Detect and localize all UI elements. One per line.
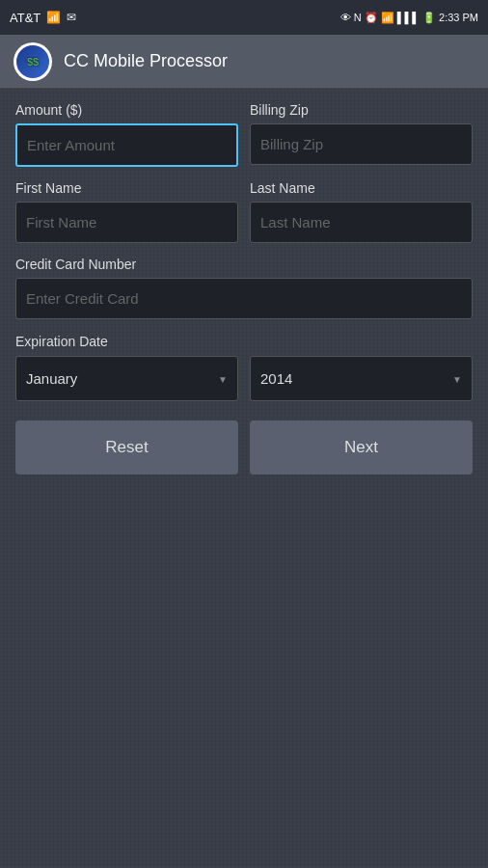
- year-select-wrapper: 2014 2015 2016 2017 2018 2019 2020: [250, 356, 473, 401]
- last-name-label: Last Name: [250, 180, 473, 196]
- message-icon: ✉: [67, 11, 76, 24]
- button-row: Reset Next: [15, 420, 473, 475]
- first-name-input[interactable]: [15, 202, 238, 243]
- eye-icon: 👁: [340, 12, 351, 23]
- amount-label: Amount ($): [15, 102, 238, 118]
- month-select[interactable]: January February March April May June Ju…: [16, 357, 237, 400]
- last-name-group: Last Name: [250, 180, 473, 243]
- name-row: First Name Last Name: [15, 180, 473, 243]
- expiration-label: Expiration Date: [15, 334, 108, 349]
- month-select-wrapper: January February March April May June Ju…: [15, 356, 238, 401]
- credit-card-input[interactable]: [15, 278, 473, 319]
- main-content: Amount ($) Billing Zip First Name Last N…: [0, 89, 488, 488]
- app-title: CC Mobile Processor: [64, 51, 228, 71]
- app-bar: CC Mobile Processor: [0, 35, 488, 89]
- battery-icon: 🔋: [422, 12, 436, 24]
- expiration-section: Expiration Date January February March A…: [15, 333, 473, 401]
- expiration-selects: January February March April May June Ju…: [15, 356, 473, 401]
- status-bar: AT&T 📶 ✉ 👁 N ⏰ 📶 ▌▌▌ 🔋 2:33 PM: [0, 0, 488, 35]
- next-button[interactable]: Next: [250, 420, 473, 475]
- credit-card-label: Credit Card Number: [15, 257, 473, 272]
- last-name-input[interactable]: [250, 202, 473, 243]
- reset-button[interactable]: Reset: [15, 420, 238, 475]
- signal-strength-icon: ▌▌▌: [397, 12, 420, 23]
- nfc-icon: N: [354, 12, 362, 23]
- year-select[interactable]: 2014 2015 2016 2017 2018 2019 2020: [251, 357, 472, 400]
- app-logo: [14, 42, 52, 81]
- first-name-label: First Name: [15, 180, 238, 196]
- billing-zip-group: Billing Zip: [250, 102, 473, 167]
- wifi-icon: 📶: [381, 12, 394, 24]
- status-left: AT&T 📶 ✉: [10, 11, 76, 25]
- alarm-icon: ⏰: [365, 12, 378, 24]
- time-label: 2:33 PM: [439, 12, 478, 23]
- billing-zip-input[interactable]: [250, 123, 473, 165]
- amount-input[interactable]: [15, 123, 238, 167]
- first-name-group: First Name: [15, 180, 238, 243]
- carrier-label: AT&T: [10, 11, 41, 25]
- amount-zip-row: Amount ($) Billing Zip: [15, 102, 473, 167]
- app-logo-inner: [14, 43, 51, 80]
- status-icons: 👁 N ⏰ 📶 ▌▌▌ 🔋 2:33 PM: [340, 12, 478, 24]
- credit-card-group: Credit Card Number: [15, 257, 473, 319]
- billing-zip-label: Billing Zip: [250, 102, 473, 118]
- signal-icon: 📶: [46, 11, 61, 24]
- amount-group: Amount ($): [15, 102, 238, 167]
- credit-card-row: Credit Card Number: [15, 257, 473, 319]
